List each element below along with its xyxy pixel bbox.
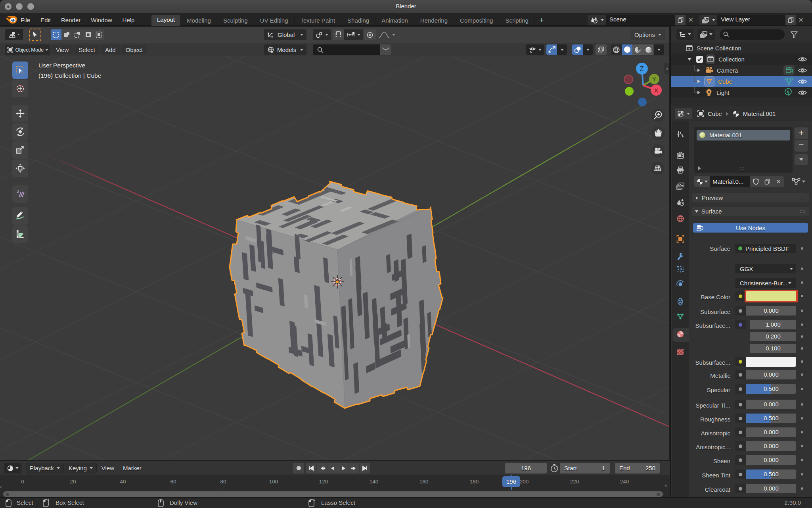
svg-text:Z: Z — [640, 65, 644, 72]
svg-text:X: X — [654, 87, 658, 94]
svg-text:Y: Y — [652, 76, 656, 83]
svg-text:‹: ‹ — [666, 65, 668, 72]
